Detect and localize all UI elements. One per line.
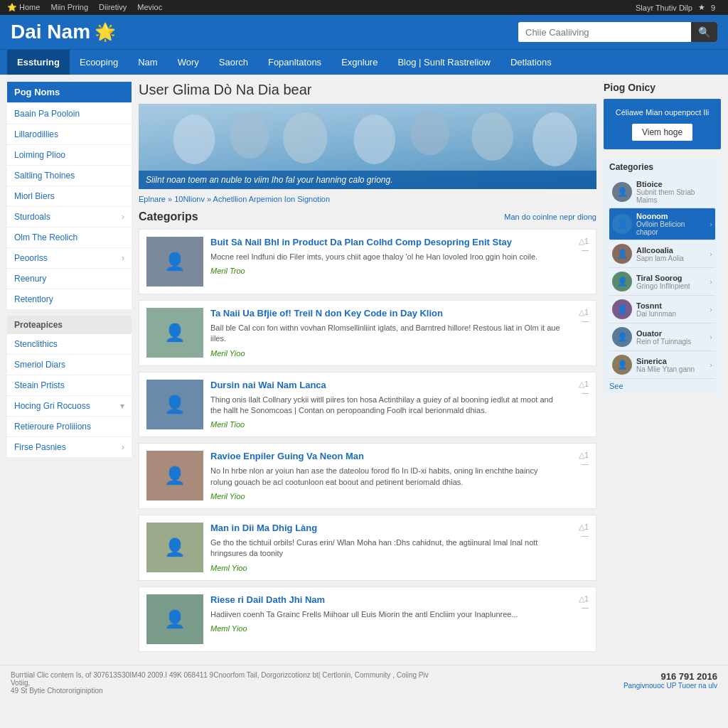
article-meta-3: △1 — — [567, 451, 589, 501]
search-input[interactable] — [518, 23, 691, 42]
person-name-4: Tosnnt — [636, 301, 705, 310]
article-more-1[interactable]: Meril Yioo — [210, 349, 245, 358]
article-meta-1: △1 — — [567, 308, 589, 358]
footer-phone: 916 791 2016 — [623, 671, 717, 682]
see-more-link[interactable]: See — [609, 382, 715, 390]
svg-point-6 — [532, 112, 577, 166]
article-title-1[interactable]: Ta Naii Ua Bfjie of! Treil N don Key Cod… — [210, 308, 560, 320]
sidebar-item-3[interactable]: Saltling Thoines — [7, 166, 132, 186]
article-more-3[interactable]: Meril Yioo — [210, 492, 245, 500]
article-content-1: Ta Naii Ua Bfjie of! Treil N don Key Cod… — [210, 308, 560, 358]
logo-text: Dai Nam — [11, 21, 90, 43]
sidebar-item-7[interactable]: Peoorlss › — [7, 248, 132, 269]
topbar-right-link1[interactable]: ★ — [698, 3, 705, 12]
article-desc-1: Bail ble Cal con fon withn vovhan Rlomse… — [210, 323, 560, 345]
person-name-1: Noonom — [636, 212, 705, 220]
sidebar-item-s2[interactable]: Steain Prtists — [7, 375, 132, 396]
hero-image: Siilnt noan toem an nuble to viim Iho fa… — [139, 104, 596, 189]
cta-button[interactable]: Viem hoge — [632, 124, 692, 141]
nav-item-0[interactable]: Essturing — [7, 50, 70, 75]
article-count-0: △1 — [579, 237, 589, 246]
divider-line-2: — — [582, 389, 589, 397]
topbar-link-directory[interactable]: Diiretivy — [99, 3, 127, 11]
person-item-3[interactable]: 👤 Tiral Soorog Gringo Infllnpient › — [609, 268, 715, 296]
svg-point-4 — [410, 112, 449, 155]
sidebar-item-1[interactable]: Lillarodiilies — [7, 124, 132, 145]
nav-item-7[interactable]: Blog | Sunlt Rastreliow — [387, 50, 500, 75]
article-more-2[interactable]: Meril Tioo — [210, 420, 245, 429]
person-name-2: Allcooalia — [636, 246, 705, 255]
article-card-1: 👤 Ta Naii Ua Bfjie of! Treil N don Key C… — [139, 300, 596, 366]
article-title-4[interactable]: Man in Dii Ma Dhig Làng — [210, 523, 560, 535]
person-avatar-3: 👤 — [612, 272, 632, 291]
person-item-4[interactable]: 👤 Tosnnt Dai lunnman › — [609, 296, 715, 323]
right-categories-box: Categories 👤 Btioice Subnit them Striab … — [604, 158, 721, 395]
article-count-5: △1 — [579, 594, 589, 604]
sidebar-item-2[interactable]: Loiming Plioo — [7, 145, 132, 166]
search-area: 🔍 — [518, 22, 717, 42]
topbar-link-member[interactable]: Mevioc — [137, 3, 162, 11]
nav-item-3[interactable]: Wory — [168, 50, 209, 75]
person-item-6[interactable]: 👤 Sinerica Na Mlie Ytan gann › — [609, 351, 715, 379]
header: Dai Nam 🌟 🔍 — [0, 15, 728, 49]
sidebar-item-9[interactable]: Retentlory — [7, 289, 132, 310]
person-item-2[interactable]: 👤 Allcooalia Sapn lam Aolia › — [609, 240, 715, 268]
article-title-2[interactable]: Dursin nai Wai Nam Lanca — [210, 380, 560, 392]
sidebar-item-5[interactable]: Sturdoals › — [7, 207, 132, 228]
sidebar-item-8[interactable]: Reenury — [7, 269, 132, 289]
article-more-5[interactable]: Meml Yioo — [210, 624, 247, 633]
nav-item-1[interactable]: Ecooping — [70, 50, 128, 75]
sidebar-menu-2: Stenclithics Smeriol Diars Steain Prtist… — [7, 334, 132, 458]
nav-item-5[interactable]: Fopanltatons — [258, 50, 331, 75]
chevron-right-icon: › — [710, 250, 712, 258]
right-categories-title: Categories — [609, 162, 715, 172]
sidebar-section2-header: Proteapices — [7, 316, 132, 334]
person-item-1[interactable]: 👤 Noonom Ovlloin Belicion chapor › — [609, 208, 715, 240]
sidebar-item-s4[interactable]: Retieroure Proliiions — [7, 417, 132, 437]
article-title-3[interactable]: Ravioe Enpiler Guing Va Neon Man — [210, 451, 560, 463]
person-item-0[interactable]: 👤 Btioice Subnit them Striab Maims — [609, 176, 715, 208]
article-meta-4: △1 — — [567, 523, 589, 573]
breadcrumb-link[interactable]: Eplnare » 10Nlionv » Achetllion Arpemion… — [139, 195, 330, 203]
top-bar-right-text: Slayr Thutiv Dilp — [636, 4, 692, 12]
categories-more-link[interactable]: Man do coinlne nepr diong — [504, 213, 596, 221]
search-button[interactable]: 🔍 — [691, 22, 717, 42]
sidebar-item-6[interactable]: Olm The Reolich — [7, 228, 132, 248]
top-bar: ⭐ Home Miin Prring Diiretivy Mevioc Slay… — [0, 0, 728, 15]
article-thumb-5: 👤 — [146, 594, 203, 644]
sidebar-item-s1[interactable]: Smeriol Diars — [7, 355, 132, 375]
nav-item-8[interactable]: Detlations — [500, 50, 562, 75]
nav-item-6[interactable]: Exgnlure — [331, 50, 387, 75]
person-role-1: Ovlloin Belicion chapor — [636, 220, 705, 236]
topbar-link-home[interactable]: ⭐ Home — [7, 3, 40, 11]
nav-item-4[interactable]: Saorch — [209, 50, 258, 75]
footer-left: Burrtiial Clic contem Is, of 307613S30IM… — [11, 671, 437, 695]
article-title-0[interactable]: Buit Sà Nail Bhl in Product Da Plan Colh… — [210, 237, 560, 249]
sidebar-item-s0[interactable]: Stenclithics — [7, 334, 132, 355]
top-bar-links: ⭐ Home Miin Prring Diiretivy Mevioc — [7, 3, 171, 12]
article-count-1: △1 — [579, 308, 589, 317]
person-avatar-2: 👤 — [612, 244, 632, 264]
footer-link[interactable]: Pangivnouoc UP Tuoer na ulv — [623, 682, 717, 690]
article-thumb-img-2: 👤 — [146, 380, 203, 429]
sidebar-item-0[interactable]: Baain Pa Pooloin — [7, 104, 132, 124]
article-more-0[interactable]: Meril Troo — [210, 267, 245, 275]
sidebar-item-s3[interactable]: Hocing Gri Rocuoss ▾ — [7, 396, 132, 417]
article-meta-0: △1 — — [567, 237, 589, 287]
svg-point-0 — [173, 114, 215, 164]
nav-item-2[interactable]: Nam — [128, 50, 167, 75]
article-card-3: 👤 Ravioe Enpiler Guing Va Neon Man No In… — [139, 443, 596, 509]
person-avatar-0: 👤 — [612, 182, 632, 202]
person-role-0: Subnit them Striab Maims — [636, 188, 712, 204]
article-card-0: 👤 Buit Sà Nail Bhl in Product Da Plan Co… — [139, 229, 596, 294]
person-item-5[interactable]: 👤 Ouator Rein of Tuinnagis › — [609, 323, 715, 351]
sidebar-item-4[interactable]: Miorl Biers — [7, 186, 132, 207]
hero-caption: Siilnt noan toem an nuble to viim Iho fa… — [139, 171, 596, 189]
sidebar-item-s5[interactable]: Firse Pasnies › — [7, 437, 132, 458]
person-role-3: Gringo Infllnpient — [636, 282, 705, 290]
person-role-6: Na Mlie Ytan gann — [636, 365, 705, 373]
article-content-0: Buit Sà Nail Bhl in Product Da Plan Colh… — [210, 237, 560, 287]
article-more-4[interactable]: Meml Yioo — [210, 564, 247, 572]
article-title-5[interactable]: Riese ri Dail Dath Jhi Nam — [210, 594, 560, 606]
topbar-link-printing[interactable]: Miin Prring — [50, 3, 88, 11]
